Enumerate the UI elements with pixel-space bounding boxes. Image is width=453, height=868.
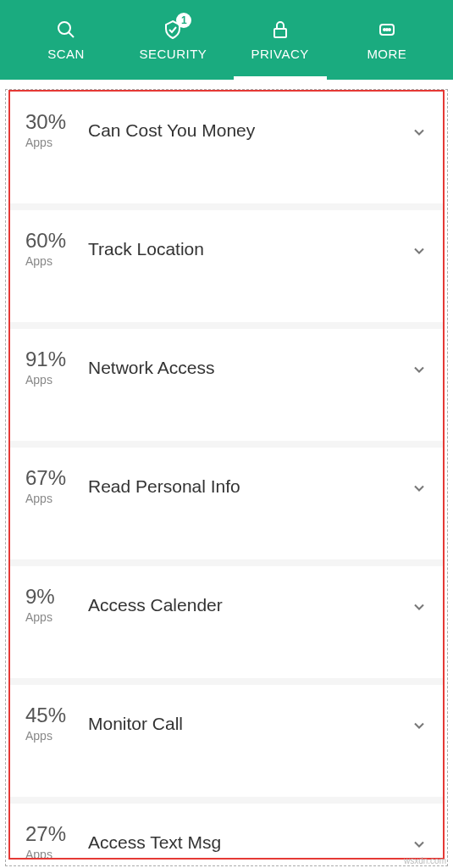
tab-label: PRIVACY <box>251 47 309 61</box>
chevron-down-icon <box>411 229 428 263</box>
list-item[interactable]: 9%AppsAccess Calender <box>10 566 443 678</box>
chevron-down-icon <box>411 704 428 737</box>
tab-more[interactable]: MORE <box>334 0 440 80</box>
svg-point-6 <box>389 29 390 31</box>
watermark: wsxdn.com <box>404 856 446 865</box>
svg-point-0 <box>58 22 70 34</box>
more-icon <box>377 19 397 40</box>
item-title: Read Personal Info <box>85 466 411 497</box>
item-title: Track Location <box>85 229 411 259</box>
item-apps-label: Apps <box>25 136 85 149</box>
svg-rect-2 <box>274 29 286 37</box>
chevron-down-icon <box>411 110 428 144</box>
item-stats: 27%Apps <box>25 822 85 860</box>
item-apps-label: Apps <box>25 729 85 743</box>
tab-label: SCAN <box>47 47 85 61</box>
search-icon <box>56 19 76 40</box>
item-title: Access Text Msg <box>85 822 411 853</box>
lock-icon <box>270 19 290 40</box>
svg-point-4 <box>384 29 385 31</box>
item-stats: 30%Apps <box>25 110 85 149</box>
item-stats: 9%Apps <box>25 585 85 624</box>
item-percent: 30% <box>25 110 85 134</box>
chevron-down-icon <box>411 348 428 381</box>
item-title: Network Access <box>85 348 411 378</box>
item-stats: 91%Apps <box>25 348 85 387</box>
item-percent: 9% <box>25 585 85 609</box>
svg-point-5 <box>386 29 388 31</box>
item-stats: 67%Apps <box>25 466 85 505</box>
item-apps-label: Apps <box>25 254 85 268</box>
highlight-frame: 30%AppsCan Cost You Money60%AppsTrack Lo… <box>8 90 445 860</box>
chevron-down-icon <box>411 466 428 500</box>
chevron-down-icon <box>411 585 428 619</box>
tab-scan[interactable]: SCAN <box>13 0 119 80</box>
tab-security[interactable]: 1 SECURITY <box>119 0 226 80</box>
list-item[interactable]: 91%AppsNetwork Access <box>10 329 443 441</box>
tab-privacy[interactable]: PRIVACY <box>227 0 334 80</box>
privacy-list: 30%AppsCan Cost You Money60%AppsTrack Lo… <box>10 92 443 858</box>
item-apps-label: Apps <box>25 610 85 624</box>
item-apps-label: Apps <box>25 373 85 387</box>
svg-line-1 <box>69 32 74 37</box>
list-item[interactable]: 45%AppsMonitor Call <box>10 685 443 797</box>
item-title: Monitor Call <box>85 704 411 734</box>
item-stats: 60%Apps <box>25 229 85 268</box>
shield-icon: 1 <box>163 19 183 40</box>
item-percent: 27% <box>25 822 85 846</box>
item-percent: 91% <box>25 348 85 371</box>
item-title: Access Calender <box>85 585 411 615</box>
tab-label: MORE <box>367 47 406 61</box>
item-title: Can Cost You Money <box>85 110 411 141</box>
tab-label: SECURITY <box>139 47 207 61</box>
item-percent: 60% <box>25 229 85 253</box>
item-percent: 67% <box>25 466 85 490</box>
item-percent: 45% <box>25 704 85 727</box>
chevron-down-icon <box>411 822 428 856</box>
header-tabs: SCAN 1 SECURITY PRIVACY MORE <box>0 0 453 80</box>
list-item[interactable]: 27%AppsAccess Text Msg <box>10 804 443 860</box>
list-item[interactable]: 30%AppsCan Cost You Money <box>10 92 443 203</box>
list-item[interactable]: 60%AppsTrack Location <box>10 210 443 322</box>
list-item[interactable]: 67%AppsRead Personal Info <box>10 448 443 559</box>
item-apps-label: Apps <box>25 492 85 505</box>
security-badge: 1 <box>176 13 191 28</box>
item-stats: 45%Apps <box>25 704 85 743</box>
item-apps-label: Apps <box>25 848 85 860</box>
